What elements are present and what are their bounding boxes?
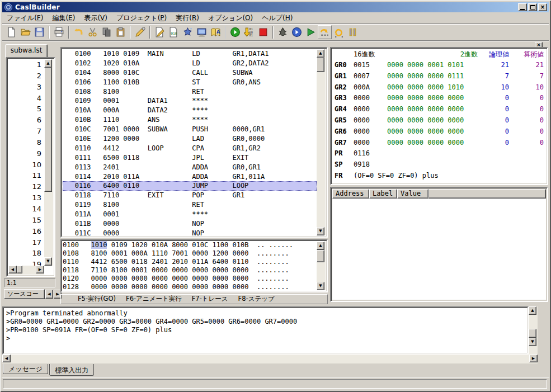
maximize-button[interactable] [528, 3, 537, 11]
monitor-button[interactable] [195, 25, 209, 39]
run-button[interactable] [228, 25, 242, 39]
scroll-down-icon[interactable]: ▼ [529, 338, 536, 346]
memory-word[interactable]: 0110 [233, 258, 249, 266]
listing-row[interactable]: 0113 2401 ADDA GR0,GR1 [63, 163, 317, 172]
scroll-up-icon[interactable]: ▲ [44, 59, 52, 68]
listing-row[interactable]: 010E 1200 0000 LAD GR0,0000 [63, 134, 317, 144]
step-loop-button[interactable] [332, 25, 346, 39]
memory-word[interactable]: 000A [131, 249, 148, 257]
memory-word[interactable]: 0000 [212, 266, 228, 274]
memory-word[interactable]: 010C [192, 241, 208, 249]
listing-row[interactable]: 010C 7001 0000 SUBWA PUSH 0000,GR1 [63, 125, 317, 134]
memory-word[interactable]: 0000 [192, 249, 208, 257]
memory-word[interactable]: 2401 [152, 258, 168, 266]
listing-row[interactable]: 0100 1010 0109 MAIN LD GR1,DATA1 [63, 49, 317, 59]
menu-item-options[interactable]: オプション(O) [204, 12, 257, 25]
memory-word[interactable]: 0000 [233, 283, 249, 290]
listing-row[interactable]: 0116 6400 0110 JUMP LOOP [63, 181, 317, 191]
menu-item-help[interactable]: ヘルプ(H) [257, 12, 297, 25]
bottom-tab[interactable]: メッセージ [3, 364, 48, 374]
memory-word[interactable]: 0000 [172, 266, 188, 274]
scroll-up-icon[interactable]: ▲ [529, 306, 536, 315]
tab-scroll-left-icon[interactable]: ◀ [45, 290, 53, 299]
memory-word[interactable]: 8000 [172, 241, 188, 249]
listing-row[interactable]: 011A 0001 **** [63, 210, 317, 219]
listing-row[interactable]: 0119 8100 RET [63, 200, 317, 210]
watch-column-address[interactable]: Address [332, 189, 369, 199]
memory-row[interactable]: 0110 4412 6500 0118 2401 2010 011A 6400 … [63, 258, 317, 266]
memory-word[interactable]: 0000 [233, 275, 249, 282]
memory-word[interactable]: 0118 [131, 258, 148, 266]
listing-row[interactable]: 0106 1100 010B ST GR0,ANS [63, 78, 317, 87]
code-listing-panel[interactable]: 0100 1010 0109 MAIN LD GR1,DATA1 0102 10… [60, 47, 328, 238]
memory-row[interactable]: 0108 8100 0001 000A 1110 7001 0000 1200 … [63, 249, 317, 258]
print-button[interactable] [52, 25, 66, 39]
scroll-right-icon[interactable]: ▶ [529, 355, 538, 362]
scroll-thumb[interactable] [317, 250, 324, 262]
memory-word[interactable]: 0000 [152, 266, 168, 274]
scroll-up-icon[interactable]: ▲ [317, 242, 324, 250]
memory-word[interactable]: 0000 [172, 283, 188, 290]
build-button[interactable] [181, 25, 195, 39]
close-button[interactable]: × [538, 3, 547, 11]
memory-row[interactable]: 0118 7110 8100 0001 0000 0000 0000 0000 … [63, 266, 317, 275]
watch-column-label[interactable]: Label [369, 189, 397, 199]
memory-row[interactable]: 0128 0000 0000 0000 0000 0000 0000 0000 … [63, 283, 317, 290]
memory-word[interactable]: 0000 [91, 275, 107, 282]
memory-word[interactable]: 0001 [131, 266, 148, 274]
listing-row[interactable]: 0111 6500 0118 JPL EXIT [63, 153, 317, 163]
title-bar[interactable]: CaslBuilder × [2, 2, 549, 12]
undo-button[interactable] [72, 25, 86, 39]
menu-item-view[interactable]: 表示(V) [79, 12, 112, 25]
scroll-up-icon[interactable]: ▲ [317, 49, 324, 58]
memory-word[interactable]: 0000 [91, 283, 107, 290]
memory-word[interactable]: 0000 [192, 275, 208, 282]
memory-word[interactable]: 1020 [131, 241, 148, 249]
brush-button[interactable] [133, 25, 147, 39]
source-file-tab[interactable]: subwa.lst [5, 44, 48, 58]
listing-row[interactable]: 0104 8000 010C CALL SUBWA [63, 68, 317, 78]
memory-word[interactable]: 0000 [111, 275, 128, 282]
new-file-button[interactable] [4, 25, 18, 39]
memory-word[interactable]: 0109 [111, 241, 128, 249]
listing-row[interactable]: 0114 2010 011A ADDA GR1,011A [63, 172, 317, 182]
memory-word[interactable]: 8100 [111, 266, 128, 274]
line-number-panel[interactable]: 12345678910111213141516171819 ▲ ▼ ◀ ▶ [6, 57, 55, 277]
scroll-thumb[interactable] [44, 68, 52, 192]
cut-button[interactable] [86, 25, 100, 39]
minimize-button[interactable] [518, 3, 527, 11]
listing-row[interactable]: 011C 0000 NOP [63, 229, 317, 235]
binary-view-button[interactable]: 010 [167, 25, 181, 39]
memory-word[interactable]: 2010 [172, 258, 188, 266]
scroll-left-icon[interactable]: ◀ [8, 266, 17, 273]
assemble-button[interactable] [153, 25, 167, 39]
scroll-right-icon[interactable]: ▶ [36, 266, 44, 273]
code-vertical-scrollbar[interactable]: ▲ ▼ [317, 49, 326, 235]
memory-word[interactable]: 010B [233, 241, 249, 249]
debug-button[interactable] [276, 25, 290, 39]
menu-item-edit[interactable]: 編集(E) [48, 12, 79, 25]
listing-row[interactable]: 010A 000A DATA2 **** [63, 106, 317, 115]
listing-row[interactable]: 011B 0000 NOP [63, 219, 317, 229]
go-button[interactable] [304, 25, 318, 39]
memory-word[interactable]: 0000 [212, 283, 228, 290]
source-horizontal-scrollbar[interactable]: ◀ ▶ [8, 266, 44, 275]
save-file-button[interactable] [32, 25, 46, 39]
load-program-button[interactable]: 011001 [242, 25, 256, 39]
menu-item-run[interactable]: 実行(R) [171, 12, 204, 25]
scroll-down-icon[interactable]: ▼ [44, 257, 52, 266]
listing-row[interactable]: 0118 7110 EXIT POP GR1 [63, 191, 317, 200]
listing-row[interactable]: 0108 8100 RET [63, 87, 317, 97]
memory-word[interactable]: 8100 [91, 249, 107, 257]
memory-word[interactable]: 0000 [212, 275, 228, 282]
memory-word[interactable]: 0000 [233, 249, 249, 257]
console-output[interactable]: >Program terminated abnormally>GR0=0000 … [2, 306, 529, 355]
source-mode-tab[interactable]: ソースコー [4, 289, 45, 299]
memory-word[interactable]: 0000 [111, 283, 128, 290]
memory-dump-panel[interactable]: 0100 1010 0109 1020 010A 8000 010C 1100 … [60, 239, 328, 292]
memory-word[interactable]: 0001 [111, 249, 128, 257]
memory-word[interactable]: 0000 [192, 283, 208, 290]
memory-vertical-scrollbar[interactable]: ▲ ▼ [317, 242, 326, 290]
memory-word[interactable]: 0000 [233, 266, 249, 274]
step-into-button[interactable] [290, 25, 304, 39]
